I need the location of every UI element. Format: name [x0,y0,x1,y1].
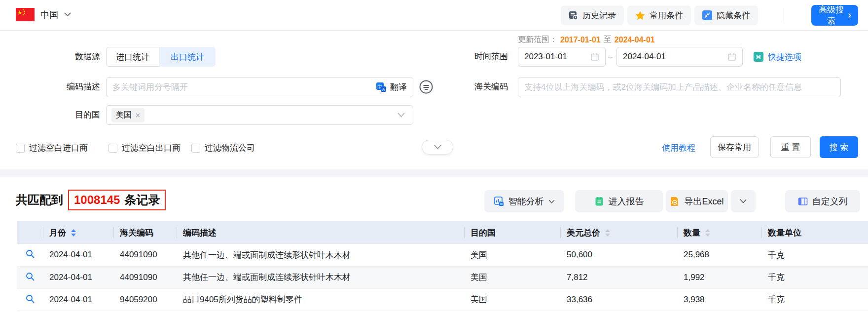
cell-month: 2024-04-01 [43,244,114,266]
filter-blank-exporter-label: 过滤空白出口商 [122,142,181,154]
chevron-down-icon [398,113,405,118]
smart-analysis-button[interactable]: BI 智能分析 [484,190,564,212]
end-date-field[interactable] [623,52,727,62]
filter-blank-exporter-checkbox[interactable]: 过滤空白出口商 [108,142,181,154]
circle-lines-icon[interactable] [419,80,434,94]
chevron-down-icon [64,12,71,17]
sort-usd-icon[interactable] [605,229,610,237]
data-source-segmented: 进口统计 出口统计 [106,47,216,67]
update-range-start: 2017-01-01 [560,36,601,44]
custom-columns-button[interactable]: 自定义列 [785,190,860,212]
report-icon [594,197,604,206]
cell-usd-total: 7,812 [561,266,678,288]
cell-usd-total: 50,600 [561,244,678,266]
expand-conditions-button[interactable] [422,140,453,155]
cell-usd-total: 33,636 [561,288,678,311]
chevron-down-icon [740,199,747,203]
filter-blank-importer-checkbox[interactable]: 过滤空白进口商 [16,142,88,154]
header-detail-column [17,221,43,244]
columns-icon [798,197,808,206]
favorites-button[interactable]: 常用条件 [627,5,691,25]
custom-columns-label: 自定义列 [812,196,848,207]
cell-dest-country: 美国 [465,266,561,288]
dest-country-select[interactable]: 美国 [106,105,413,125]
history-button[interactable]: 历史记录 [561,5,624,25]
cell-code-desc: 品目9405所列货品的塑料制零件 [177,288,465,311]
count-prefix: 共匹配到 [16,192,63,208]
calendar-icon[interactable] [590,52,599,61]
code-desc-field[interactable] [112,82,376,92]
export-stats-option[interactable]: 出口统计 [159,47,216,67]
cell-quantity-unit: 千克 [762,288,868,311]
quick-options-link[interactable]: ⌘ 快捷选项 [754,47,801,67]
update-range-note: 更新范围： 2017-01-01 至 2024-04-01 [518,35,655,45]
table-row: 2024-04-01 94059200 品目9405所列货品的塑料制零件 美国 … [17,288,868,311]
checkbox-box[interactable] [16,144,25,153]
count-value: 1008145 [74,193,120,207]
header-dest-country: 目的国 [465,221,561,244]
cell-quantity: 25,968 [678,244,762,266]
history-icon [569,11,578,20]
code-desc-input[interactable]: 中 A 翻译 [106,77,413,97]
hide-conditions-button[interactable]: 隐藏条件 [694,5,758,25]
cell-hs-code: 44091090 [114,244,177,266]
calendar-icon[interactable] [727,52,736,61]
count-highlight-box: 1008145 条记录 [68,190,166,210]
row-detail-cell [17,266,43,288]
magnifier-icon [26,294,35,304]
cell-quantity-unit: 千克 [762,244,868,266]
export-excel-label: 导出Excel [684,196,723,207]
collapse-icon [702,10,712,20]
start-date-field[interactable] [524,52,590,62]
data-source-label: 数据源 [59,47,100,67]
advanced-search-button[interactable]: 高级搜索 [811,5,858,26]
search-button[interactable]: 搜 索 [820,136,858,158]
enter-report-button[interactable]: 进入报告 [575,190,663,212]
favorites-label: 常用条件 [650,10,683,21]
enter-report-label: 进入报告 [609,196,644,207]
export-excel-button[interactable]: 导出Excel [666,190,728,212]
sort-month-icon[interactable] [71,229,76,237]
checkbox-box[interactable] [108,144,117,153]
save-favorite-button[interactable]: 保存常用 [710,136,759,158]
export-options-button[interactable] [731,190,756,212]
star-icon [635,11,645,20]
import-stats-option[interactable]: 进口统计 [106,47,159,67]
filter-logistics-checkbox[interactable]: 过滤物流公司 [191,142,255,154]
cell-code-desc: 其他任一边、端或面制成连续形状针叶木木材 [177,244,465,266]
header-hs-code: 海关编码 [114,221,177,244]
checkbox-box[interactable] [191,144,200,153]
table-header: 月份 海关编码 编码描述 目的国 美元总价 数量 数量单位 [17,221,868,244]
country-selector[interactable]: 中国 [16,8,71,21]
sort-quantity-icon[interactable] [705,229,710,237]
view-detail-button[interactable] [24,270,37,285]
update-range-end: 2024-04-01 [615,36,655,44]
quick-options-label: 快捷选项 [768,51,801,63]
view-detail-button[interactable] [24,247,37,262]
header-month-label: 月份 [49,227,66,238]
svg-text:⌘: ⌘ [756,54,761,61]
header-quantity: 数量 [678,221,762,244]
header-quantity-unit: 数量单位 [762,221,868,244]
view-detail-button[interactable] [24,292,37,307]
tutorial-link[interactable]: 使用教程 [662,142,695,154]
header-quantity-label: 数量 [684,227,700,238]
country-tag-label: 美国 [116,110,132,120]
header-usd-total: 美元总价 [561,221,678,244]
chevron-down-icon [548,199,555,203]
cell-quantity: 3,938 [678,288,762,311]
reset-button[interactable]: 重 置 [770,136,811,158]
row-detail-cell [17,244,43,266]
topbar-divider [784,8,784,23]
table-row: 2024-04-01 44091090 其他任一边、端或面制成连续形状针叶木木材… [17,244,868,266]
translate-button[interactable]: 中 A 翻译 [376,81,407,93]
hs-code-input[interactable] [518,77,841,97]
magnifier-icon [26,249,35,259]
hs-code-field[interactable] [524,82,834,92]
hs-code-label: 海关编码 [467,77,508,97]
section-separator [0,169,868,177]
cell-code-desc: 其他任一边、端或面制成连续形状针叶木木材 [177,266,465,288]
tag-close-icon[interactable] [136,113,140,118]
start-date-input[interactable] [518,47,606,67]
end-date-input[interactable] [616,47,743,67]
